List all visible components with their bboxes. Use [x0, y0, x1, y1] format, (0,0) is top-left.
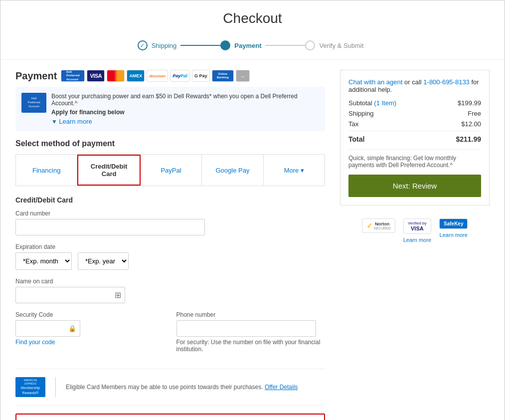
promo-banner: DellPreferredAccount Boost your purchasi…	[15, 87, 325, 131]
norton-check-icon: ✓	[366, 221, 373, 230]
membership-text: Eligible Card Members may be able to use…	[66, 384, 298, 391]
offer-details-link[interactable]: Offer Details	[265, 384, 298, 391]
credit-debit-btn[interactable]: Credit/Debit Card	[77, 155, 140, 186]
phone-number-col: Phone number For security: Use the numbe…	[176, 311, 326, 361]
subtotal-row: Subtotal (1 Item) $199.99	[348, 99, 481, 107]
step-shipping-dot: ✓	[138, 40, 148, 50]
connector-2	[265, 45, 305, 46]
expiration-label: Expiration date	[15, 243, 325, 250]
norton-sub: SECURED	[374, 226, 391, 230]
accepted-cards-icons: DellPreferredAccount VISA ● AMEX discove…	[61, 70, 249, 82]
safekey-label: SafeKey	[444, 221, 463, 226]
visa-label: Verified by	[408, 221, 426, 225]
next-review-btn[interactable]: Next: Review	[348, 175, 481, 197]
checkout-stepper: ✓ Shipping Payment Verify & Submit	[0, 33, 505, 54]
card-number-group: Card number	[15, 210, 325, 235]
select-method-label: Select method of payment	[15, 139, 325, 148]
payment-method-tabs: Financing Credit/Debit Card PayPal Googl…	[15, 154, 325, 186]
paypal-btn[interactable]: PayPal	[141, 155, 202, 186]
gpay-icon: G Pay	[192, 70, 210, 82]
promo-learn-more-link[interactable]: Learn more	[59, 118, 92, 125]
membership-section: AMERICANEXPRESSMembershipRewards® Eligib…	[15, 369, 325, 406]
amex-membership-logo: AMERICANEXPRESSMembershipRewards®	[15, 377, 45, 397]
expiration-group: Expiration date *Exp. month 01020304 050…	[15, 243, 325, 270]
security-info-icon[interactable]: 🔒	[68, 325, 76, 332]
chat-help-line: Chat with an agent or call 1-800-695-813…	[348, 78, 481, 93]
copy-icon[interactable]: ⊞	[115, 290, 121, 300]
visa-card-icon: VISA	[87, 70, 105, 82]
phone-link[interactable]: 1-800-695-8133	[423, 78, 470, 86]
phone-input[interactable]	[176, 320, 316, 337]
membership-divider	[55, 377, 56, 397]
form-section-title: Credit/Debit Card	[15, 196, 325, 204]
order-summary: Chat with an agent or call 1-800-695-813…	[340, 70, 490, 206]
card-number-input[interactable]	[15, 219, 205, 235]
shipping-row: Shipping Free	[348, 110, 481, 117]
step-shipping-label: Shipping	[152, 42, 177, 49]
payment-label: Payment	[15, 70, 57, 82]
dell-card-icon: DellPreferredAccount	[61, 70, 85, 82]
split-payment-section: Split your payment You can split your pu…	[15, 414, 325, 420]
financing-btn[interactable]: Financing	[16, 155, 77, 186]
visa-verified-badge: Verified by VISA Learn more	[403, 218, 431, 243]
card-number-label: Card number	[15, 210, 325, 217]
dell-preferred-logo: DellPreferredAccount	[21, 93, 46, 113]
more-btn[interactable]: More ▾	[264, 155, 325, 186]
more-arrow-icon: ▾	[301, 167, 304, 174]
exp-month-select[interactable]: *Exp. month 01020304 05060708 09101112	[15, 252, 72, 270]
security-code-label: Security Code	[15, 311, 165, 318]
paypal-icon: PayPal	[170, 70, 190, 82]
security-code-col: Security Code 🔒 Find your code	[15, 311, 165, 361]
visa-sub: VISA	[408, 225, 426, 231]
promo-main-text: Boost your purchasing power and earn $50…	[51, 93, 319, 107]
name-on-card-group: Name on card ⊞	[15, 278, 325, 303]
tax-value: $12.00	[461, 120, 481, 128]
norton-badge: ✓ Norton SECURED	[362, 218, 395, 235]
shipping-value: Free	[468, 110, 481, 117]
chat-link[interactable]: Chat with an agent	[348, 78, 402, 86]
shipping-label: Shipping	[348, 110, 374, 117]
step-verify-label: Verify & Submit	[319, 42, 363, 49]
mastercard-icon: ●	[107, 70, 125, 82]
payment-header: Payment DellPreferredAccount VISA ● AMEX…	[15, 70, 325, 82]
step-payment-label: Payment	[234, 42, 261, 49]
amex-icon: AMEX	[127, 70, 145, 82]
visa-learn-more-link[interactable]: Learn more	[403, 237, 431, 243]
discover-icon: discover	[147, 70, 168, 82]
promo-text-block: Boost your purchasing power and earn $50…	[51, 93, 319, 125]
safekey-learn-more-link[interactable]: Learn more	[440, 232, 468, 238]
find-code-link[interactable]: Find your code	[15, 339, 165, 346]
promo-arrow: ▼	[51, 118, 57, 125]
total-row: Total $211.99	[348, 131, 481, 143]
page-title: Checkout	[0, 10, 505, 26]
subtotal-value: $199.99	[458, 99, 481, 107]
name-on-card-label: Name on card	[15, 278, 325, 285]
step-payment-dot	[220, 40, 230, 50]
google-pay-btn[interactable]: Google Pay	[202, 155, 263, 186]
right-panel: Chat with an agent or call 1-800-695-813…	[340, 70, 490, 420]
tax-label: Tax	[348, 120, 358, 128]
exp-year-select[interactable]: *Exp. year 20242025202620272028	[78, 252, 129, 270]
step-verify-dot	[305, 40, 315, 50]
phone-note: For security: Use the number on file wit…	[176, 339, 326, 353]
norton-label: Norton	[374, 221, 391, 226]
online-banking-icon: OnlineBanking	[212, 70, 234, 82]
connector-1	[180, 45, 220, 46]
subtotal-item-link[interactable]: (1 Item)	[374, 99, 396, 107]
financing-note: Quick, simple financing: Get low monthly…	[348, 149, 481, 169]
subtotal-label: Subtotal	[348, 99, 372, 107]
tax-row: Tax $12.00	[348, 120, 481, 128]
total-label: Total	[348, 135, 364, 143]
total-value: $211.99	[456, 135, 481, 143]
safekey-badge: SafeKey Learn more	[439, 218, 468, 238]
name-on-card-input[interactable]	[15, 287, 125, 303]
phone-label: Phone number	[176, 311, 326, 318]
more-cards-icon: ...	[236, 70, 250, 82]
security-badges: ✓ Norton SECURED Verified by VISA	[340, 213, 490, 248]
apply-text: Apply for financing below	[51, 109, 125, 116]
security-phone-row: Security Code 🔒 Find your code Phone num…	[15, 311, 325, 361]
check-icon: ✓	[140, 42, 145, 49]
credit-card-form: Credit/Debit Card Card number Expiration…	[15, 196, 325, 361]
